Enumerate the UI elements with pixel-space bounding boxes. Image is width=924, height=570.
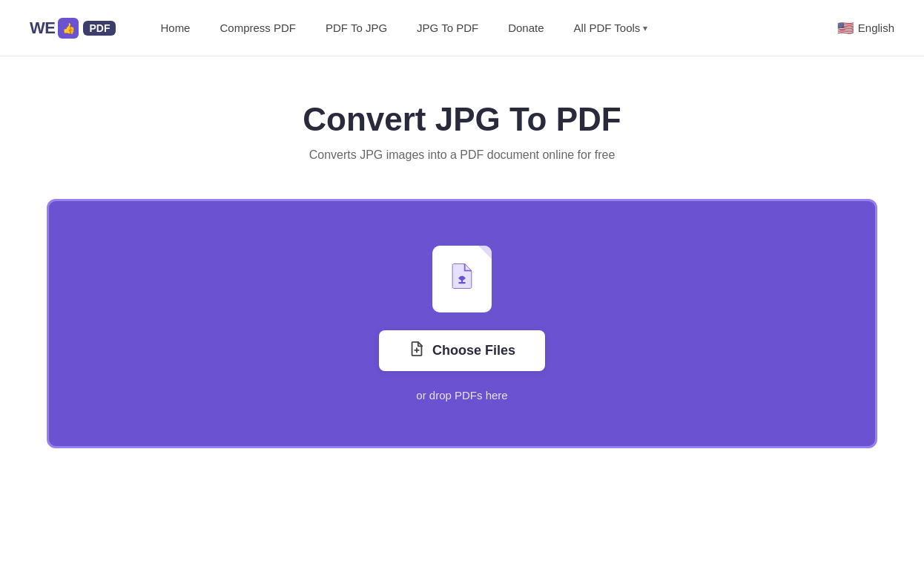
- main-content: Convert JPG To PDF Converts JPG images i…: [0, 56, 924, 478]
- all-pdf-tools-link[interactable]: All PDF Tools ▾: [574, 22, 648, 34]
- logo[interactable]: WE 👍 PDF: [30, 18, 116, 39]
- file-plus-icon: [409, 341, 425, 361]
- flag-icon: 🇺🇸: [837, 20, 854, 36]
- page-title: Convert JPG To PDF: [303, 101, 621, 138]
- all-pdf-tools-label: All PDF Tools: [574, 22, 641, 34]
- logo-pdf-text: PDF: [83, 21, 116, 36]
- compress-pdf-link[interactable]: Compress PDF: [220, 22, 296, 34]
- jpg-to-pdf-link[interactable]: JPG To PDF: [417, 22, 478, 34]
- drop-hint-text: or drop PDFs here: [416, 389, 507, 402]
- pdf-acrobat-icon: [446, 260, 478, 299]
- donate-link[interactable]: Donate: [508, 22, 544, 34]
- drop-zone[interactable]: Choose Files or drop PDFs here: [47, 199, 877, 448]
- chevron-down-icon: ▾: [643, 23, 647, 33]
- navbar: WE 👍 PDF Home Compress PDF PDF To JPG JP…: [0, 0, 924, 56]
- pdf-file-icon: [432, 246, 492, 312]
- language-label: English: [858, 22, 894, 34]
- choose-files-button[interactable]: Choose Files: [379, 330, 545, 371]
- language-selector[interactable]: 🇺🇸 English: [837, 20, 894, 36]
- choose-files-label: Choose Files: [432, 343, 515, 358]
- home-link[interactable]: Home: [160, 22, 190, 34]
- pdf-to-jpg-link[interactable]: PDF To JPG: [326, 22, 387, 34]
- nav-links: Home Compress PDF PDF To JPG JPG To PDF …: [160, 22, 822, 34]
- logo-text-we: WE: [30, 19, 55, 38]
- page-subtitle: Converts JPG images into a PDF document …: [309, 148, 616, 162]
- logo-thumb-icon: 👍: [58, 18, 79, 39]
